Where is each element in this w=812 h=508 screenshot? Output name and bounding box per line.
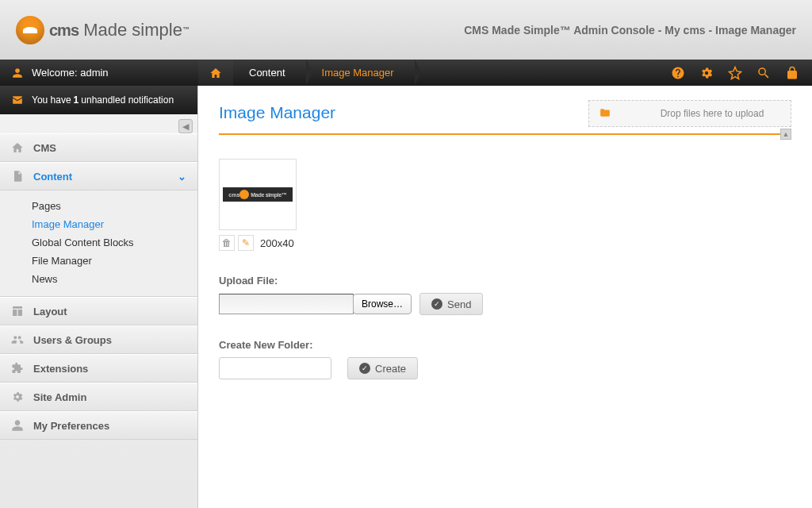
subnav-pages[interactable]: Pages bbox=[32, 197, 197, 215]
lock-icon[interactable] bbox=[785, 66, 799, 80]
image-thumbnail[interactable]: cmsMade simple™ bbox=[219, 159, 297, 230]
sidebar-item-extensions[interactable]: Extensions bbox=[0, 354, 197, 383]
sidebar: You have 1 unhandled notification ◀ CMS … bbox=[0, 86, 198, 508]
notification-banner[interactable]: You have 1 unhandled notification bbox=[0, 86, 197, 114]
sidebar-item-content[interactable]: Content ⌄ bbox=[0, 162, 197, 190]
sidebar-label: Extensions bbox=[33, 363, 88, 375]
breadcrumb-content[interactable]: Content bbox=[233, 60, 306, 86]
edit-icon[interactable]: ✎ bbox=[238, 235, 254, 251]
file-path-input[interactable] bbox=[219, 294, 354, 314]
delete-icon[interactable]: 🗑 bbox=[219, 235, 235, 251]
sidebar-item-site-admin[interactable]: Site Admin bbox=[0, 383, 197, 411]
layout-icon bbox=[11, 305, 25, 318]
home-icon bbox=[11, 141, 25, 154]
sidebar-item-layout[interactable]: Layout bbox=[0, 297, 197, 325]
search-icon[interactable] bbox=[756, 66, 771, 80]
sidebar-item-preferences[interactable]: My Preferences bbox=[0, 411, 197, 440]
sidebar-label: My Preferences bbox=[33, 420, 109, 432]
check-icon: ✓ bbox=[431, 298, 442, 310]
app-header: cms Made simple™ CMS Made Simple™ Admin … bbox=[0, 0, 812, 60]
breadcrumb-bar: Content Image Manager bbox=[198, 60, 812, 86]
home-button[interactable] bbox=[198, 60, 233, 86]
gear-icon bbox=[11, 391, 25, 403]
sidebar-item-users[interactable]: Users & Groups bbox=[0, 325, 197, 354]
upload-label: Upload File: bbox=[219, 275, 791, 287]
subnav-image-manager[interactable]: Image Manager bbox=[32, 215, 197, 233]
puzzle-icon bbox=[11, 362, 25, 375]
help-icon[interactable] bbox=[671, 66, 685, 80]
logo-icon bbox=[16, 16, 44, 44]
star-icon[interactable] bbox=[728, 66, 742, 80]
panel-collapse-icon[interactable]: ▲ bbox=[780, 129, 791, 140]
divider bbox=[219, 133, 791, 135]
sidebar-label: CMS bbox=[33, 142, 56, 154]
chevron-down-icon: ⌄ bbox=[178, 171, 186, 183]
sidebar-label: Users & Groups bbox=[33, 334, 112, 346]
sidebar-label: Layout bbox=[33, 306, 67, 318]
folder-icon bbox=[599, 107, 611, 121]
header-title: CMS Made Simple™ Admin Console - My cms … bbox=[464, 24, 796, 37]
logo-text: cms Made simple™ bbox=[49, 20, 190, 40]
main-content: Drop files here to upload ▲ Image Manage… bbox=[198, 86, 812, 508]
collapse-left-icon[interactable]: ◀ bbox=[178, 119, 193, 133]
notif-post: unhandled notification bbox=[81, 94, 174, 106]
welcome-text: Welcome: admin bbox=[32, 67, 109, 79]
file-input-group: Browse… bbox=[219, 294, 412, 314]
toolbar-icons bbox=[671, 66, 812, 80]
logo: cms Made simple™ bbox=[16, 16, 190, 44]
upload-row: Browse… ✓ Send bbox=[219, 293, 791, 315]
create-folder-label: Create New Folder: bbox=[219, 339, 791, 351]
sidebar-collapse: ◀ bbox=[0, 114, 197, 133]
folder-name-input[interactable] bbox=[219, 357, 331, 379]
logo-made: Made bbox=[79, 20, 132, 40]
page-icon bbox=[11, 170, 25, 183]
notif-pre: You have bbox=[32, 94, 71, 106]
subnav-global-content[interactable]: Global Content Blocks bbox=[32, 233, 197, 252]
sidebar-label: Site Admin bbox=[33, 391, 86, 403]
send-button[interactable]: ✓ Send bbox=[419, 293, 483, 315]
thumb-mini-logo: cmsMade simple™ bbox=[223, 187, 293, 202]
logo-tm: ™ bbox=[182, 25, 190, 33]
sidebar-sub-content: Pages Image Manager Global Content Block… bbox=[0, 190, 197, 297]
person-icon bbox=[11, 419, 25, 432]
check-icon: ✓ bbox=[359, 363, 370, 374]
sidebar-item-cms[interactable]: CMS bbox=[0, 133, 197, 162]
subnav-file-manager[interactable]: File Manager bbox=[32, 252, 197, 270]
users-icon bbox=[11, 333, 25, 346]
drop-label: Drop files here to upload bbox=[643, 108, 781, 119]
thumbnail-preview: cmsMade simple™ bbox=[223, 163, 293, 226]
mail-icon bbox=[11, 94, 24, 106]
browse-button[interactable]: Browse… bbox=[353, 294, 412, 314]
notif-count: 1 bbox=[74, 94, 79, 106]
create-folder-row: ✓ Create bbox=[219, 357, 791, 379]
logo-simple: simple bbox=[132, 20, 182, 40]
drop-zone[interactable]: Drop files here to upload bbox=[588, 100, 791, 127]
thumb-filename: 200x40 bbox=[260, 237, 294, 249]
gear-icon[interactable] bbox=[699, 66, 714, 80]
subnav-news[interactable]: News bbox=[32, 270, 197, 288]
sidebar-label: Content bbox=[33, 171, 72, 183]
thumb-actions: 🗑 ✎ 200x40 bbox=[219, 235, 791, 251]
welcome-bar: Welcome: admin bbox=[0, 60, 198, 86]
logo-cms: cms bbox=[49, 21, 79, 39]
create-button[interactable]: ✓ Create bbox=[347, 357, 418, 379]
user-icon bbox=[11, 67, 24, 79]
breadcrumb-page: Image Manager bbox=[306, 60, 415, 86]
